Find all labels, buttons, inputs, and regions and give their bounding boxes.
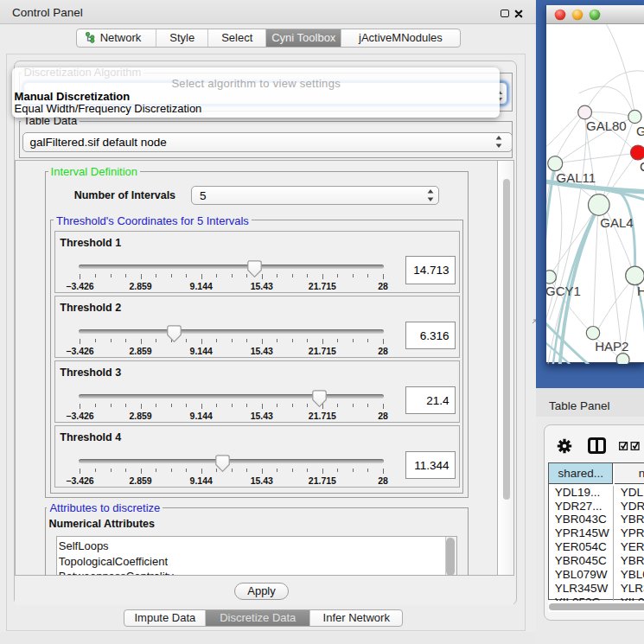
svg-text:GAL4: GAL4 xyxy=(600,215,633,230)
svg-text:HA: HA xyxy=(637,284,644,298)
svg-text:GAL11: GAL11 xyxy=(556,170,596,185)
svg-text:HAP2: HAP2 xyxy=(595,339,628,354)
svg-text:GA: GA xyxy=(636,124,644,138)
svg-text:GAL80: GAL80 xyxy=(586,118,627,133)
svg-text:GCY1: GCY1 xyxy=(546,284,581,298)
svg-text:C: C xyxy=(640,159,644,174)
